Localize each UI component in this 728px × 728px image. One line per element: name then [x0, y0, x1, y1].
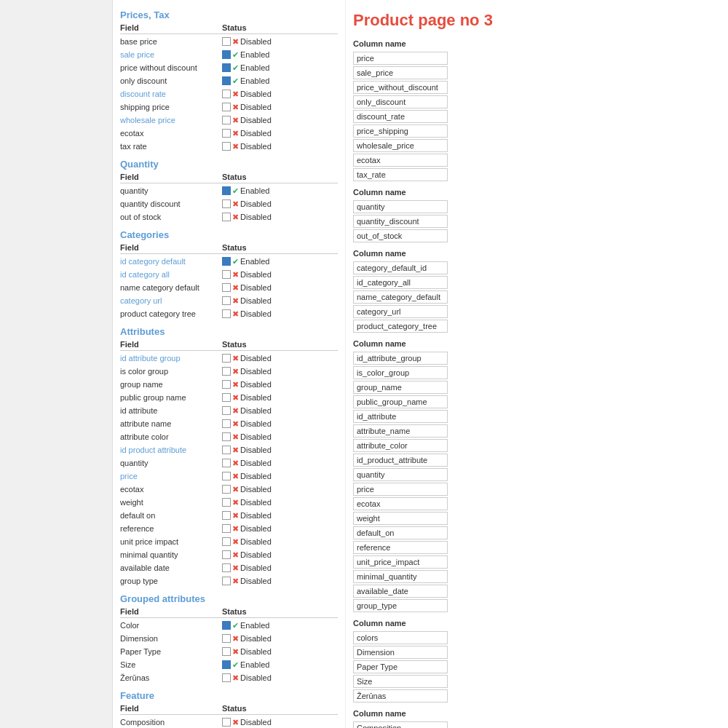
checkbox-3-12[interactable]	[222, 511, 231, 520]
col-name-input-3-0[interactable]	[353, 352, 448, 365]
col-name-input-0-3[interactable]	[353, 95, 448, 108]
status-icon-0-2: ✔	[232, 63, 239, 73]
status-cell-0-8: ✖ Disabled	[222, 142, 309, 151]
col-name-input-3-10[interactable]	[353, 497, 448, 510]
col-name-input-3-8[interactable]	[353, 468, 448, 481]
col-headers-4: Field Status	[120, 606, 338, 618]
col-name-input-4-4[interactable]	[353, 689, 448, 703]
checkbox-1-2[interactable]	[222, 213, 231, 221]
col-name-input-3-11[interactable]	[353, 512, 448, 525]
checkbox-3-0[interactable]	[222, 354, 231, 363]
checkbox-3-1[interactable]	[222, 367, 231, 376]
col-name-input-0-4[interactable]	[353, 110, 448, 123]
col-name-input-3-13[interactable]	[353, 541, 448, 554]
status-cell-3-2: ✖ Disabled	[222, 380, 309, 389]
right-section-4: Column name	[353, 619, 721, 703]
status-text-0-1: Enabled	[240, 50, 269, 59]
checkbox-3-16[interactable]	[222, 563, 231, 572]
checkbox-2-0[interactable]	[222, 257, 231, 266]
col-name-input-0-6[interactable]	[353, 139, 448, 152]
col-name-input-4-0[interactable]	[353, 631, 448, 644]
col-name-input-3-5[interactable]	[353, 424, 448, 438]
checkbox-0-5[interactable]	[222, 103, 231, 111]
checkbox-3-3[interactable]	[222, 393, 231, 402]
col-name-input-3-17[interactable]	[353, 599, 448, 612]
status-text-3-10: Disabled	[240, 485, 272, 494]
col-name-input-3-6[interactable]	[353, 439, 448, 452]
checkbox-0-8[interactable]	[222, 142, 231, 151]
checkbox-3-8[interactable]	[222, 459, 231, 467]
col-name-input-0-8[interactable]	[353, 168, 448, 181]
status-text-3-2: Disabled	[240, 380, 272, 389]
row-3-11: weight ✖ Disabled	[120, 496, 338, 509]
checkbox-2-2[interactable]	[222, 283, 231, 292]
checkbox-3-11[interactable]	[222, 498, 231, 507]
status-icon-3-1: ✖	[232, 367, 239, 376]
col-name-input-0-2[interactable]	[353, 81, 448, 94]
col-name-input-3-9[interactable]	[353, 483, 448, 496]
col-name-input-5-0[interactable]	[353, 721, 448, 728]
status-icon-3-11: ✖	[232, 498, 239, 507]
checkbox-4-4[interactable]	[222, 673, 231, 682]
checkbox-1-0[interactable]	[222, 186, 231, 195]
checkbox-3-10[interactable]	[222, 485, 231, 494]
col-name-input-0-5[interactable]	[353, 124, 448, 138]
checkbox-0-0[interactable]	[222, 37, 231, 46]
checkbox-0-7[interactable]	[222, 129, 231, 138]
checkbox-4-1[interactable]	[222, 634, 231, 643]
checkbox-2-4[interactable]	[222, 309, 231, 318]
col-name-input-3-14[interactable]	[353, 555, 448, 569]
checkbox-0-3[interactable]	[222, 76, 231, 85]
checkbox-0-1[interactable]	[222, 50, 231, 59]
checkbox-3-17[interactable]	[222, 577, 231, 585]
col-name-input-2-1[interactable]	[353, 276, 448, 289]
checkbox-2-3[interactable]	[222, 296, 231, 305]
checkbox-4-2[interactable]	[222, 647, 231, 656]
checkbox-3-14[interactable]	[222, 537, 231, 546]
checkbox-2-1[interactable]	[222, 270, 231, 279]
col-name-input-3-4[interactable]	[353, 410, 448, 423]
col-name-input-2-0[interactable]	[353, 261, 448, 274]
checkbox-0-2[interactable]	[222, 63, 231, 72]
col-name-input-2-3[interactable]	[353, 305, 448, 318]
col-name-input-3-2[interactable]	[353, 381, 448, 394]
checkbox-4-3[interactable]	[222, 660, 231, 669]
checkbox-3-13[interactable]	[222, 524, 231, 533]
status-text-3-14: Disabled	[240, 537, 272, 546]
col-name-input-4-3[interactable]	[353, 675, 448, 688]
col-name-input-2-4[interactable]	[353, 320, 448, 333]
checkbox-3-5[interactable]	[222, 419, 231, 428]
col-name-input-2-2[interactable]	[353, 290, 448, 304]
col-headers-1: Field Status	[120, 171, 338, 183]
col-name-input-3-7[interactable]	[353, 454, 448, 467]
col-name-input-3-1[interactable]	[353, 366, 448, 379]
field-label-2-1: id category all	[120, 270, 222, 279]
checkbox-3-15[interactable]	[222, 550, 231, 559]
col-name-input-3-12[interactable]	[353, 526, 448, 539]
checkbox-3-9[interactable]	[222, 472, 231, 480]
checkbox-3-6[interactable]	[222, 432, 231, 441]
checkbox-3-4[interactable]	[222, 406, 231, 415]
col-name-input-3-16[interactable]	[353, 585, 448, 598]
col-name-input-1-2[interactable]	[353, 229, 448, 242]
status-cell-4-2: ✖ Disabled	[222, 647, 309, 657]
checkbox-3-2[interactable]	[222, 380, 231, 389]
checkbox-1-1[interactable]	[222, 199, 231, 208]
checkbox-3-7[interactable]	[222, 446, 231, 454]
status-text-1-0: Enabled	[240, 186, 269, 195]
checkbox-0-4[interactable]	[222, 90, 231, 98]
row-3-0: id attribute group ✖ Disabled	[120, 352, 338, 365]
col-name-input-1-1[interactable]	[353, 215, 448, 228]
col-name-input-0-0[interactable]	[353, 52, 448, 65]
col-name-input-4-2[interactable]	[353, 660, 448, 673]
section-2: Categories Field Status id category defa…	[120, 229, 338, 320]
col-name-input-4-1[interactable]	[353, 646, 448, 659]
col-name-input-0-1[interactable]	[353, 66, 448, 79]
col-name-input-1-0[interactable]	[353, 200, 448, 213]
col-name-input-3-3[interactable]	[353, 395, 448, 408]
checkbox-5-0[interactable]	[222, 718, 231, 727]
checkbox-0-6[interactable]	[222, 116, 231, 124]
checkbox-4-0[interactable]	[222, 621, 231, 630]
col-name-input-3-15[interactable]	[353, 570, 448, 583]
col-name-input-0-7[interactable]	[353, 154, 448, 167]
